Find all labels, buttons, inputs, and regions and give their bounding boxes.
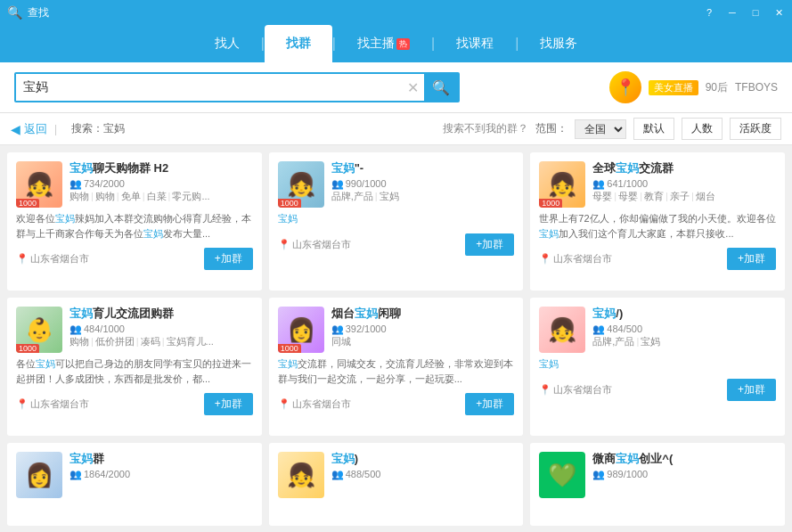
group-members: 👥 990/1000 xyxy=(331,178,515,190)
nav-find-service[interactable]: 找服务 xyxy=(518,25,599,62)
group-avatar: 👧 xyxy=(539,307,585,353)
group-title: 烟台宝妈闲聊 xyxy=(331,307,515,322)
group-card: 👧 1000 宝妈聊天购物群 H2 👥 734/2000 购物|购物|免单|白菜… xyxy=(7,152,262,291)
group-card: 👶 1000 宝妈育儿交流团购群 👥 484/1000 购物|低价拼团|凑码|宝… xyxy=(7,298,262,436)
card-info: 宝妈) 👥 488/500 xyxy=(331,452,515,480)
join-button[interactable]: +加群 xyxy=(204,393,253,415)
filter-bar: ◀ 返回 | 搜索：宝妈 搜索不到我的群？ 范围： 全国 默认 人数 活跃度 xyxy=(0,113,792,145)
location-icon: 📍 xyxy=(539,253,551,265)
not-found-text: 搜索不到我的群？ xyxy=(443,121,528,136)
card-top: 💚 微商宝妈创业^( 👥 989/1000 xyxy=(539,452,776,498)
card-location: 📍山东省烟台市 xyxy=(278,238,351,251)
card-location: 📍山东省烟台市 xyxy=(539,383,612,397)
nav-find-people[interactable]: 找人 xyxy=(193,25,261,62)
group-members: 👥 484/500 xyxy=(592,323,776,335)
card-info: 烟台宝妈闲聊 👥 392/1000 同城 xyxy=(331,307,515,348)
nav-find-group[interactable]: 找群 xyxy=(265,25,332,62)
group-members: 👥 989/1000 xyxy=(592,469,776,480)
search-bar: ✕ 🔍 📍 美女直播 90后 TFBOYS xyxy=(0,62,792,113)
group-title: 宝妈聊天购物群 H2 xyxy=(69,161,253,176)
search-input[interactable] xyxy=(16,80,402,94)
members-icon: 👥 xyxy=(592,469,605,480)
group-card: 👧 1000 全球宝妈交流群 👥 641/1000 母婴|母婴|教育|亲子|烟台… xyxy=(530,152,785,291)
group-title: 全球宝妈交流群 xyxy=(592,161,776,176)
members-icon: 👥 xyxy=(331,323,344,335)
group-avatar: 👧 xyxy=(278,452,324,498)
group-title: 宝妈) xyxy=(331,452,515,467)
window-controls: ? ─ □ ✕ xyxy=(699,0,788,25)
group-tags: 同城 xyxy=(331,335,515,348)
group-card: 👧 宝妈/) 👥 484/500 品牌,产品|宝妈 宝妈 📍山东省烟台市 +加群 xyxy=(530,298,785,436)
group-members: 👥 734/2000 xyxy=(69,178,253,190)
nav-find-course-label: 找课程 xyxy=(456,36,494,52)
card-top: 👧 1000 全球宝妈交流群 👥 641/1000 母婴|母婴|教育|亲子|烟台 xyxy=(539,161,776,208)
nav-find-streamer[interactable]: 找主播 热 xyxy=(336,25,431,62)
group-members: 👥 641/1000 xyxy=(592,178,776,190)
range-select[interactable]: 全国 xyxy=(575,119,626,139)
members-icon: 👥 xyxy=(69,469,82,480)
group-title: 宝妈/) xyxy=(592,307,776,322)
join-button[interactable]: +加群 xyxy=(727,248,776,270)
group-tags: 购物|低价拼团|凑码|宝妈育儿... xyxy=(69,335,253,348)
group-desc: 世界上有72亿人，你却偏偏做了我的小天使。欢迎各位宝妈加入我们这个育儿大家庭，本… xyxy=(539,211,776,241)
card-top: 👶 1000 宝妈育儿交流团购群 👥 484/1000 购物|低价拼团|凑码|宝… xyxy=(16,307,253,353)
members-icon: 👥 xyxy=(592,178,605,190)
minimize-button[interactable]: ─ xyxy=(723,3,742,22)
members-icon: 👥 xyxy=(69,178,82,190)
avatar-badge: 1000 xyxy=(278,344,301,353)
avatar-badge: 1000 xyxy=(16,199,39,208)
members-icon: 👥 xyxy=(331,178,344,190)
card-top: 👩 1000 烟台宝妈闲聊 👥 392/1000 同城 xyxy=(278,307,515,353)
join-button[interactable]: +加群 xyxy=(465,233,514,256)
nav-find-streamer-label: 找主播 xyxy=(357,36,395,52)
help-button[interactable]: ? xyxy=(699,3,719,22)
members-icon: 👥 xyxy=(592,323,605,335)
clear-button[interactable]: ✕ xyxy=(402,79,424,96)
user-age: 90后 xyxy=(706,80,728,95)
group-members: 👥 488/500 xyxy=(331,469,515,480)
title-bar: 🔍 查找 ? ─ □ ✕ xyxy=(0,0,792,25)
sort-members-btn[interactable]: 人数 xyxy=(682,118,723,140)
nav-find-course[interactable]: 找课程 xyxy=(435,25,515,62)
group-avatar: 👧 1000 xyxy=(16,161,62,208)
search-button[interactable]: 🔍 xyxy=(424,72,458,102)
back-label: 返回 xyxy=(24,121,47,137)
group-card: 👧 宝妈) 👥 488/500 xyxy=(269,443,524,526)
group-desc: 宝妈 xyxy=(278,211,515,226)
group-title: 宝妈育儿交流团购群 xyxy=(69,307,253,322)
group-title: 宝妈"- xyxy=(331,161,515,176)
nav-bar: 找人 | 找群 | 找主播 热 | 找课程 | 找服务 xyxy=(0,25,792,62)
members-icon: 👥 xyxy=(331,469,344,480)
group-avatar: 💚 xyxy=(539,452,585,498)
join-button[interactable]: +加群 xyxy=(465,393,514,415)
card-info: 宝妈"- 👥 990/1000 品牌,产品|宝妈 xyxy=(331,161,515,203)
user-tag: 美女直播 xyxy=(649,80,698,95)
card-location: 📍山东省烟台市 xyxy=(539,252,612,266)
back-button[interactable]: ◀ 返回 xyxy=(11,121,47,137)
sort-default-btn[interactable]: 默认 xyxy=(633,118,674,140)
group-title: 微商宝妈创业^( xyxy=(592,452,776,467)
card-top: 👧 宝妈/) 👥 484/500 品牌,产品|宝妈 xyxy=(539,307,776,353)
location-icon: 📍 xyxy=(16,398,29,410)
card-info: 宝妈群 👥 1864/2000 xyxy=(69,452,253,480)
card-footer: 📍山东省烟台市 +加群 xyxy=(539,379,776,401)
range-label: 范围： xyxy=(535,121,567,136)
card-location: 📍山东省烟台市 xyxy=(16,397,89,411)
group-desc: 各位宝妈可以把自己身边的朋友同学有宝贝的拉进来一起拼团！人多成团快，东西都是批发… xyxy=(16,356,253,386)
card-top: 👧 1000 宝妈聊天购物群 H2 👥 734/2000 购物|购物|免单|白菜… xyxy=(16,161,253,208)
group-tags: 购物|购物|免单|白菜|零元购... xyxy=(69,190,253,203)
card-info: 微商宝妈创业^( 👥 989/1000 xyxy=(592,452,776,480)
join-button[interactable]: +加群 xyxy=(727,379,776,401)
avatar-badge: 1000 xyxy=(278,199,301,208)
sort-activity-btn[interactable]: 活跃度 xyxy=(730,118,781,140)
close-button[interactable]: ✕ xyxy=(769,3,788,22)
card-footer: 📍山东省烟台市 +加群 xyxy=(539,248,776,270)
maximize-button[interactable]: □ xyxy=(746,3,765,22)
group-avatar: 👩 xyxy=(16,452,62,498)
card-info: 宝妈育儿交流团购群 👥 484/1000 购物|低价拼团|凑码|宝妈育儿... xyxy=(69,307,253,348)
card-top: 👧 宝妈) 👥 488/500 xyxy=(278,452,515,498)
location-icon: 📍 xyxy=(539,384,551,396)
join-button[interactable]: +加群 xyxy=(204,248,253,270)
search-input-wrap: ✕ 🔍 xyxy=(14,72,460,102)
group-avatar: 👩 1000 xyxy=(278,307,324,353)
